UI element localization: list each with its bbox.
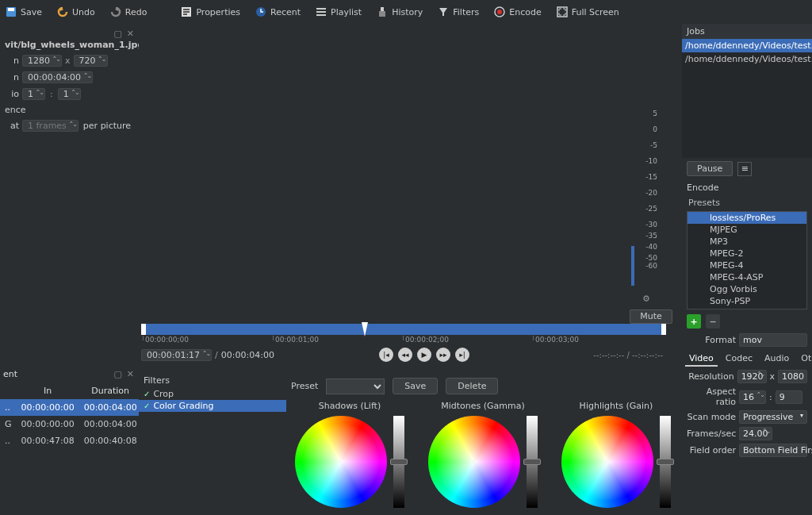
preset-item[interactable]: MPEG-2	[688, 248, 806, 259]
gear-icon[interactable]: ⚙	[642, 294, 650, 304]
preset-item[interactable]: stills/BMP	[688, 307, 806, 309]
fullscreen-icon	[556, 6, 569, 18]
preset-item[interactable]: MPEG-4-ASP	[688, 271, 806, 283]
col-in[interactable]: In	[17, 382, 79, 399]
close-icon[interactable]: ✕	[127, 369, 134, 379]
highlights-label: Highlights (Gain)	[580, 401, 653, 411]
video-preview[interactable]	[139, 24, 634, 321]
save-icon	[5, 6, 17, 18]
sequence-label: ence	[5, 105, 26, 115]
frames-field[interactable]: 1	[22, 88, 45, 100]
filter-color-grading[interactable]: Color Grading	[139, 400, 286, 412]
shadows-luma-slider[interactable]	[393, 416, 404, 508]
source-file: vit/blg_wheels_woman_1.jpg	[5, 40, 134, 50]
close-icon[interactable]: ✕	[127, 29, 134, 39]
in-point-handle[interactable]	[141, 324, 146, 335]
undo-icon	[56, 6, 69, 18]
tab-codec[interactable]: Codec	[722, 352, 756, 367]
aspect-a-field[interactable]: 16	[739, 390, 766, 404]
mute-button[interactable]: Mute	[630, 309, 672, 324]
preset-delete-button[interactable]: Delete	[446, 378, 498, 394]
preset-item[interactable]: Ogg Vorbis	[688, 283, 806, 295]
col-duration[interactable]: Duration	[79, 382, 142, 399]
resolution-label: Resolution	[687, 371, 734, 382]
remove-preset-button[interactable]: −	[706, 314, 720, 329]
redo-button[interactable]: Redo	[109, 0, 147, 24]
current-timecode[interactable]: 00:00:01:17	[141, 349, 212, 361]
framecount-field[interactable]: 1 frames	[22, 120, 79, 132]
history-button[interactable]: History	[376, 0, 423, 24]
timeline-track[interactable]	[141, 324, 666, 335]
svg-rect-8	[316, 11, 326, 13]
preset-select[interactable]	[326, 379, 385, 394]
recent-button[interactable]: Recent	[255, 0, 301, 24]
field-order-select[interactable]: Bottom Field First	[739, 444, 807, 457]
res-width-field[interactable]: 1920	[737, 370, 767, 383]
filters-button[interactable]: Filters	[437, 0, 479, 24]
playlist-row[interactable]: ..00:00:47:0800:00:40:08	[0, 432, 142, 449]
play-button[interactable]: ▶	[417, 348, 431, 362]
width-field[interactable]: 1280	[22, 55, 62, 67]
shadows-color-wheel[interactable]	[295, 416, 387, 508]
skip-start-button[interactable]: |◂	[379, 348, 393, 362]
skip-end-button[interactable]: ▸|	[455, 348, 469, 362]
out-point-handle[interactable]	[661, 324, 666, 335]
add-preset-button[interactable]: +	[687, 314, 701, 329]
svg-rect-3	[183, 9, 190, 10]
highlights-color-wheel[interactable]	[561, 416, 653, 508]
transport-controls: |◂ ◂◂ ▶ ▸▸ ▸|	[379, 348, 469, 362]
res-height-field[interactable]: 1080	[778, 370, 807, 383]
record-icon	[493, 6, 506, 18]
svg-rect-4	[183, 11, 190, 13]
filter-crop[interactable]: Crop	[139, 388, 286, 400]
preset-item[interactable]: MP3	[688, 236, 806, 248]
encode-button[interactable]: Encode	[493, 0, 541, 24]
audio-meter-scale: 5 0 -5 -10 -15 -20 -25 -30 -35 -40 -50 -…	[634, 24, 662, 298]
scan-label: Scan mode	[687, 412, 736, 422]
playlist-row[interactable]: ..00:00:00:0000:00:04:00	[0, 399, 142, 416]
job-item[interactable]: /home/ddennedy/Videos/test.mov	[682, 52, 812, 66]
timeline-ruler: 00:00:00;00 00:00:01;00 00:00:02;00 00:0…	[141, 335, 666, 346]
height-field[interactable]: 720	[74, 55, 108, 67]
playlist-panel: ent ▢ ✕ InDuration ..00:00:00:0000:00:04…	[0, 365, 139, 515]
frame-fwd-button[interactable]: ▸▸	[436, 348, 450, 362]
format-field[interactable]: mov	[739, 333, 807, 347]
pause-button[interactable]: Pause	[687, 161, 733, 176]
repeat-field[interactable]: 1	[58, 88, 81, 100]
preset-item[interactable]: MPEG-4	[688, 259, 806, 271]
scan-mode-select[interactable]: Progressive ▾	[739, 410, 807, 424]
encode-tabs: Video Codec Audio Other	[682, 348, 812, 368]
midtones-luma-slider[interactable]	[527, 416, 538, 508]
panel-controls: ▢ ✕	[113, 29, 134, 39]
playlist-button[interactable]: Playlist	[315, 0, 362, 24]
frame-back-button[interactable]: ◂◂	[398, 348, 412, 362]
highlights-luma-slider[interactable]	[660, 416, 671, 508]
svg-point-13	[497, 10, 502, 14]
main-toolbar: Save Undo Redo Properties Recent Playlis…	[0, 0, 812, 24]
fps-label: Frames/sec	[687, 429, 736, 439]
preset-item[interactable]: Sony-PSP	[688, 295, 806, 307]
fullscreen-button[interactable]: Full Screen	[556, 0, 619, 24]
job-item[interactable]: /home/ddennedy/Videos/test.mo	[682, 39, 812, 52]
preset-item[interactable]: MJPEG	[688, 224, 806, 236]
preset-item[interactable]: lossless/ProRes	[688, 212, 806, 224]
undock-icon[interactable]: ▢	[113, 29, 121, 39]
jobs-menu-icon[interactable]: ≡	[737, 162, 752, 176]
repeat-label: per picture	[83, 121, 131, 131]
save-button[interactable]: Save	[5, 0, 42, 24]
playlist-row[interactable]: G00:00:00:0000:00:04:00	[0, 416, 142, 432]
preset-save-button[interactable]: Save	[393, 378, 438, 394]
undock-icon[interactable]: ▢	[113, 369, 121, 379]
undo-button[interactable]: Undo	[56, 0, 95, 24]
duration-field[interactable]: 00:00:04:00	[22, 71, 93, 83]
tab-other[interactable]: Other	[797, 352, 812, 367]
svg-rect-5	[183, 13, 187, 15]
properties-button[interactable]: Properties	[180, 0, 240, 24]
tab-audio[interactable]: Audio	[760, 352, 793, 367]
right-panel: Jobs /home/ddennedy/Videos/test.mo /home…	[682, 24, 812, 515]
tab-video[interactable]: Video	[685, 352, 718, 367]
fps-field[interactable]: 24.00	[739, 427, 772, 440]
properties-icon	[180, 6, 193, 18]
aspect-b-field[interactable]: 9	[776, 390, 802, 404]
midtones-color-wheel[interactable]	[428, 416, 520, 508]
